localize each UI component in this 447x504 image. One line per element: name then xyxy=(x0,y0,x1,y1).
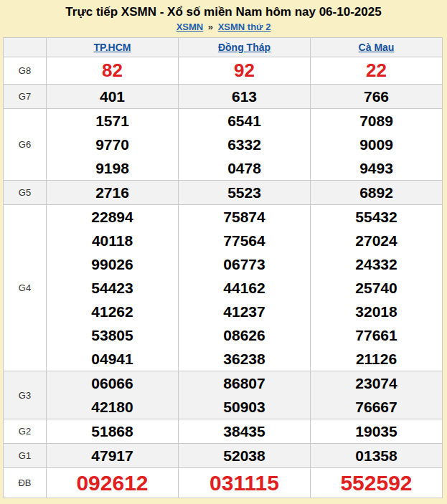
result-number: 47917 xyxy=(47,444,178,467)
result-cell-tp-hcm: 157197709198 xyxy=(47,109,179,181)
result-number: 06773 xyxy=(179,252,310,276)
result-number: 6332 xyxy=(179,133,310,156)
prize-row-g3: G3060664218086807509032307476667 xyxy=(4,371,443,419)
prize-label: G8 xyxy=(4,57,47,85)
result-cell-tp-hcm: 47917 xyxy=(47,444,179,468)
result-cell-dong-thap: 654163320478 xyxy=(179,109,311,181)
result-cell-tp-hcm: 22894401189902654423412625380504941 xyxy=(47,205,179,371)
result-cell-dong-thap: 52038 xyxy=(179,444,311,468)
result-number: 22894 xyxy=(47,205,178,229)
prize-row-g1: G1479175203801358 xyxy=(4,444,443,468)
result-number: 27024 xyxy=(311,229,442,252)
result-number: 25740 xyxy=(311,276,442,300)
result-number: 04941 xyxy=(47,347,178,371)
column-link-tp-hcm[interactable]: TP.HCM xyxy=(94,42,131,53)
result-cell-tp-hcm: 51868 xyxy=(47,419,179,444)
result-number: 766 xyxy=(311,85,442,108)
result-number: 77661 xyxy=(311,323,442,347)
breadcrumb-link-current[interactable]: XSMN thứ 2 xyxy=(218,22,271,32)
result-number: 23074 xyxy=(311,371,442,395)
result-number: 55432 xyxy=(311,205,442,229)
result-cell-dong-thap: 92 xyxy=(179,57,311,85)
prize-label: G4 xyxy=(4,205,47,371)
result-cell-tp-hcm: 0606642180 xyxy=(47,371,179,419)
column-header-tp-hcm: TP.HCM xyxy=(47,38,179,57)
prize-label: G6 xyxy=(4,109,47,181)
column-link-dong-thap[interactable]: Đồng Tháp xyxy=(218,42,270,53)
result-number: 6892 xyxy=(311,181,442,204)
column-header-dong-thap: Đồng Tháp xyxy=(179,38,311,57)
result-number: 32018 xyxy=(311,300,442,323)
result-cell-dong-thap: 031115 xyxy=(179,468,311,498)
result-number: 92 xyxy=(179,57,310,84)
breadcrumb-separator: » xyxy=(208,22,213,32)
result-number: 08626 xyxy=(179,323,310,347)
column-link-ca-mau[interactable]: Cà Mau xyxy=(359,42,395,53)
result-number: 401 xyxy=(47,85,178,108)
result-number: 2716 xyxy=(47,181,178,204)
result-number: 41262 xyxy=(47,300,178,323)
result-number: 9770 xyxy=(47,133,178,156)
result-cell-dong-thap: 613 xyxy=(179,85,311,109)
result-number: 5523 xyxy=(179,181,310,204)
results-table-container: TP.HCMĐồng ThápCà Mau G8829222G740161376… xyxy=(3,37,443,498)
result-number: 52038 xyxy=(179,444,310,467)
result-number: 0478 xyxy=(179,156,310,180)
prize-label: ĐB xyxy=(4,468,47,498)
result-number: 75874 xyxy=(179,205,310,229)
result-number: 38435 xyxy=(179,419,310,443)
result-cell-tp-hcm: 2716 xyxy=(47,181,179,205)
prize-row-đb: ĐB092612031115552592 xyxy=(4,468,443,498)
result-cell-dong-thap: 5523 xyxy=(179,181,311,205)
result-number: 19035 xyxy=(311,419,442,443)
result-cell-tp-hcm: 82 xyxy=(47,57,179,85)
prize-label: G3 xyxy=(4,371,47,419)
results-body: G8829222G7401613766G61571977091986541633… xyxy=(4,57,443,498)
result-number: 82 xyxy=(47,57,178,84)
prize-row-g7: G7401613766 xyxy=(4,85,443,109)
result-number: 031115 xyxy=(179,468,310,498)
result-number: 6541 xyxy=(179,109,310,133)
result-number: 44162 xyxy=(179,276,310,300)
prize-row-g4: G422894401189902654423412625380504941758… xyxy=(4,205,443,371)
prize-label: G7 xyxy=(4,85,47,109)
result-number: 99026 xyxy=(47,252,178,276)
result-cell-ca-mau: 552592 xyxy=(311,468,443,498)
result-number: 36238 xyxy=(179,347,310,371)
breadcrumb: XSMN » XSMN thứ 2 xyxy=(0,20,447,34)
result-number: 01358 xyxy=(311,444,442,467)
result-cell-ca-mau: 2307476667 xyxy=(311,371,443,419)
result-cell-ca-mau: 19035 xyxy=(311,419,443,444)
result-number: 9493 xyxy=(311,156,442,180)
page-title: Trực tiếp XSMN - Xổ số miền Nam hôm nay … xyxy=(0,4,447,20)
result-number: 7089 xyxy=(311,109,442,133)
result-number: 77564 xyxy=(179,229,310,252)
column-header-ca-mau: Cà Mau xyxy=(311,38,443,57)
prize-label: G2 xyxy=(4,419,47,444)
result-number: 1571 xyxy=(47,109,178,133)
result-cell-dong-thap: 75874775640677344162412370862636238 xyxy=(179,205,311,371)
result-number: 9198 xyxy=(47,156,178,180)
result-cell-tp-hcm: 092612 xyxy=(47,468,179,498)
column-header-row: TP.HCMĐồng ThápCà Mau xyxy=(4,38,443,57)
result-number: 22 xyxy=(311,57,442,84)
prize-row-g2: G2518683843519035 xyxy=(4,419,443,444)
result-number: 9009 xyxy=(311,133,442,156)
result-cell-ca-mau: 6892 xyxy=(311,181,443,205)
result-number: 613 xyxy=(179,85,310,108)
result-cell-ca-mau: 766 xyxy=(311,85,443,109)
result-cell-ca-mau: 708990099493 xyxy=(311,109,443,181)
result-cell-dong-thap: 8680750903 xyxy=(179,371,311,419)
result-number: 42180 xyxy=(47,395,178,419)
prize-label: G5 xyxy=(4,181,47,205)
result-cell-dong-thap: 38435 xyxy=(179,419,311,444)
result-number: 21126 xyxy=(311,347,442,371)
prize-label: G1 xyxy=(4,444,47,468)
result-number: 24332 xyxy=(311,252,442,276)
result-cell-ca-mau: 22 xyxy=(311,57,443,85)
result-number: 40118 xyxy=(47,229,178,252)
result-cell-ca-mau: 55432270242433225740320187766121126 xyxy=(311,205,443,371)
prize-row-g6: G6157197709198654163320478708990099493 xyxy=(4,109,443,181)
breadcrumb-link-xsmn[interactable]: XSMN xyxy=(177,22,204,32)
result-number: 51868 xyxy=(47,419,178,443)
